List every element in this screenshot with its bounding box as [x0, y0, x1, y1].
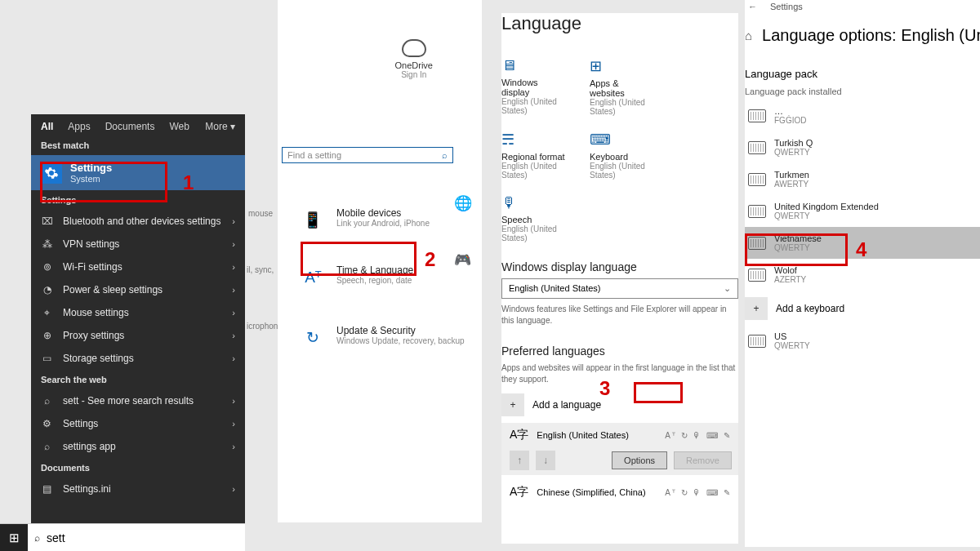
keyboard-item[interactable]: United Kingdom ExtendedQWERTY	[745, 195, 980, 227]
chevron-down-icon: ⌄	[724, 283, 731, 294]
tab-all[interactable]: All	[41, 121, 53, 132]
storage-icon: ▭	[41, 353, 53, 364]
search-input[interactable]	[47, 531, 238, 544]
keyboard-item[interactable]: USQWERTY	[745, 325, 980, 357]
settings-home: OneDrive Sign In Find a setting ⌕ 📱 Mobi…	[278, 0, 482, 522]
lang-tile[interactable]: 🖥Windows displayEnglish (United States)	[501, 57, 567, 116]
web-result[interactable]: ⚙Settings›	[31, 412, 245, 435]
settings-item-label: Wi-Fi settings	[63, 261, 122, 273]
start-button[interactable]: ⊞	[0, 524, 28, 552]
language-icon: A字	[510, 485, 528, 500]
speech-icon: 🎙	[501, 194, 567, 211]
wdl-heading: Windows display language	[501, 260, 738, 273]
best-match-subtitle: System	[70, 174, 112, 184]
search-icon: ⌕	[41, 395, 53, 407]
keyboard-item-selected[interactable]: VietnameseQWERTY	[745, 227, 980, 259]
onedrive-subtitle: Sign In	[395, 70, 433, 79]
tab-documents[interactable]: Documents	[105, 121, 155, 132]
taskbar-search[interactable]: ⌕	[28, 531, 245, 544]
category-update-security[interactable]: ↻ Update & SecurityWindows Update, recov…	[278, 313, 482, 349]
remove-button[interactable]: Remove	[674, 451, 732, 469]
preferred-language-item[interactable]: A字 Chinese (Simplified, China) Aᵀ ↻ 🎙 ⌨ …	[501, 482, 738, 503]
settings-item[interactable]: ⁂VPN settings›	[31, 233, 245, 256]
keyboard-item[interactable]: Turkish QQWERTY	[745, 131, 980, 163]
keyboard-item[interactable]: …FGĠIOD	[745, 100, 980, 131]
keyboard-item[interactable]: WolofAZERTY	[745, 259, 980, 291]
display-language-dropdown[interactable]: English (United States) ⌄	[501, 278, 738, 299]
feature-icons: Aᵀ ↻ 🎙 ⌨ ✎	[665, 431, 732, 440]
settings-item[interactable]: ▭Storage settings›	[31, 347, 245, 370]
tab-apps[interactable]: Apps	[68, 121, 90, 132]
search-icon: ⌕	[41, 441, 53, 452]
best-match-settings[interactable]: Settings System	[31, 155, 245, 190]
move-up-button[interactable]: ↑	[510, 451, 529, 470]
keyboard-list: …FGĠIOD Turkish QQWERTY TurkmenAWERTY Un…	[745, 100, 980, 291]
page-title: Language options: English (Unite	[762, 26, 980, 45]
category-title: Update & Security	[336, 325, 465, 336]
settings-item[interactable]: ⌖Mouse settings›	[31, 301, 245, 324]
language-icon: Aᵀ	[301, 264, 325, 289]
settings-item[interactable]: ◔Power & sleep settings›	[31, 278, 245, 301]
apps-icon: ⊞	[590, 57, 655, 75]
onedrive-tile[interactable]: OneDrive Sign In	[395, 39, 433, 79]
lang-tile[interactable]: ⊞Apps & websitesEnglish (United States)	[590, 57, 655, 116]
tab-web[interactable]: Web	[169, 121, 189, 132]
lang-tile[interactable]: 🎙SpeechEnglish (United States)	[501, 194, 567, 242]
cloud-icon	[402, 39, 426, 57]
chevron-right-icon: ›	[232, 331, 235, 340]
language-pack-status: Language pack installed	[745, 87, 980, 96]
preferred-languages-heading: Preferred languages	[501, 344, 738, 358]
category-title: Time & Language	[336, 264, 413, 276]
gamepad-icon: 🎮	[454, 251, 487, 269]
settings-item[interactable]: ⊕Proxy settings›	[31, 324, 245, 347]
language-tiles: 🖥Windows displayEnglish (United States) …	[501, 57, 738, 242]
settings-item-label: Storage settings	[63, 353, 134, 364]
tab-more[interactable]: More ▾	[205, 121, 235, 132]
lang-tile[interactable]: ⌨KeyboardEnglish (United States)	[590, 131, 655, 180]
keyboard-item[interactable]: TurkmenAWERTY	[745, 163, 980, 195]
add-language[interactable]: + Add a language	[501, 393, 738, 416]
breadcrumb-label: Settings	[770, 2, 803, 11]
settings-item-label: VPN settings	[63, 238, 119, 250]
file-icon: ▤	[41, 483, 53, 495]
web-result-label: sett - See more search results	[63, 395, 194, 407]
category-gaming-peek: 🎮	[454, 251, 487, 269]
preferred-language-name: English (United States)	[537, 430, 629, 440]
add-keyboard-label: Add a keyboard	[776, 303, 844, 314]
lang-tile[interactable]: ☴Regional formatEnglish (United States)	[501, 131, 567, 180]
settings-section-label: Settings	[31, 190, 245, 210]
back-icon[interactable]: ←	[748, 2, 757, 11]
preferred-language-item[interactable]: A字 English (United States) Aᵀ ↻ 🎙 ⌨ ✎ ↑ …	[501, 423, 738, 475]
settings-item[interactable]: ⊚Wi-Fi settings›	[31, 256, 245, 278]
keyboard-icon	[748, 173, 766, 186]
category-title: Mobile devices	[336, 207, 430, 219]
keyboard-icon	[748, 269, 766, 282]
keyboard-icon	[748, 141, 766, 154]
globe-icon: ⊕	[41, 330, 53, 341]
web-result-label: Settings	[63, 418, 98, 429]
move-down-button[interactable]: ↓	[536, 451, 555, 470]
search-tabs: All Apps Documents Web More ▾	[31, 114, 245, 136]
chevron-right-icon: ›	[232, 396, 235, 406]
web-result[interactable]: ⌕sett - See more search results›	[31, 389, 245, 412]
chevron-right-icon: ›	[232, 262, 235, 272]
gear-icon	[41, 162, 62, 184]
region-icon: ☴	[501, 131, 567, 149]
home-icon[interactable]: ⌂	[745, 29, 752, 42]
options-button[interactable]: Options	[612, 451, 667, 469]
add-keyboard[interactable]: + Add a keyboard	[745, 297, 980, 320]
language-options-page: ← Settings ⌂ Language options: English (…	[745, 0, 980, 547]
globe-icon: 🌐	[454, 194, 487, 212]
chevron-right-icon: ›	[232, 285, 235, 295]
search-icon: ⌕	[442, 150, 448, 160]
plus-icon: +	[501, 393, 524, 416]
find-setting-box[interactable]: Find a setting ⌕	[282, 147, 453, 163]
settings-item[interactable]: ⌧Bluetooth and other devices settings›	[31, 210, 245, 233]
category-time-language[interactable]: Aᵀ Time & LanguageSpeech, region, date	[278, 253, 482, 289]
chevron-right-icon: ›	[232, 239, 235, 249]
web-result[interactable]: ⌕settings app›	[31, 435, 245, 458]
find-setting-placeholder: Find a setting	[287, 150, 341, 160]
doc-result[interactable]: ▤Settings.ini›	[31, 478, 245, 500]
category-mobile-devices[interactable]: 📱 Mobile devicesLink your Android, iPhon…	[278, 196, 482, 232]
breadcrumb: ← Settings	[745, 0, 980, 11]
